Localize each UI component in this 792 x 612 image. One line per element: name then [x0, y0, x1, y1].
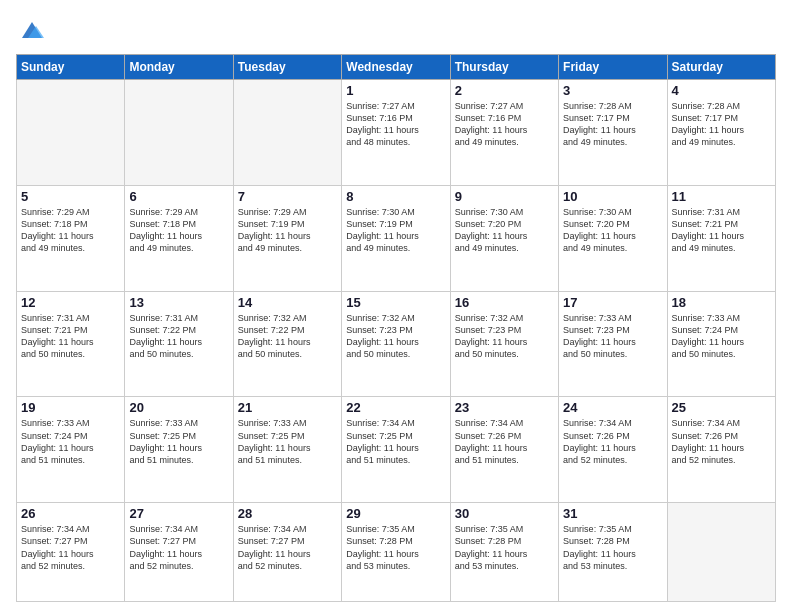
weekday-header-tuesday: Tuesday: [233, 55, 341, 80]
day-info: Sunrise: 7:34 AM Sunset: 7:26 PM Dayligh…: [455, 417, 554, 466]
week-row-5: 26Sunrise: 7:34 AM Sunset: 7:27 PM Dayli…: [17, 503, 776, 602]
day-number: 5: [21, 189, 120, 204]
day-number: 8: [346, 189, 445, 204]
calendar-cell: 18Sunrise: 7:33 AM Sunset: 7:24 PM Dayli…: [667, 291, 775, 397]
day-info: Sunrise: 7:31 AM Sunset: 7:21 PM Dayligh…: [672, 206, 771, 255]
day-info: Sunrise: 7:33 AM Sunset: 7:25 PM Dayligh…: [129, 417, 228, 466]
logo: [16, 16, 46, 44]
day-number: 27: [129, 506, 228, 521]
day-info: Sunrise: 7:35 AM Sunset: 7:28 PM Dayligh…: [563, 523, 662, 572]
calendar-cell: [667, 503, 775, 602]
day-info: Sunrise: 7:34 AM Sunset: 7:27 PM Dayligh…: [129, 523, 228, 572]
day-number: 26: [21, 506, 120, 521]
calendar-cell: 20Sunrise: 7:33 AM Sunset: 7:25 PM Dayli…: [125, 397, 233, 503]
day-info: Sunrise: 7:28 AM Sunset: 7:17 PM Dayligh…: [672, 100, 771, 149]
day-info: Sunrise: 7:33 AM Sunset: 7:23 PM Dayligh…: [563, 312, 662, 361]
calendar-cell: 7Sunrise: 7:29 AM Sunset: 7:19 PM Daylig…: [233, 185, 341, 291]
day-number: 23: [455, 400, 554, 415]
calendar-cell: 2Sunrise: 7:27 AM Sunset: 7:16 PM Daylig…: [450, 80, 558, 186]
calendar-cell: 3Sunrise: 7:28 AM Sunset: 7:17 PM Daylig…: [559, 80, 667, 186]
day-number: 28: [238, 506, 337, 521]
day-number: 1: [346, 83, 445, 98]
calendar-cell: 6Sunrise: 7:29 AM Sunset: 7:18 PM Daylig…: [125, 185, 233, 291]
day-info: Sunrise: 7:31 AM Sunset: 7:22 PM Dayligh…: [129, 312, 228, 361]
day-number: 20: [129, 400, 228, 415]
calendar-cell: 4Sunrise: 7:28 AM Sunset: 7:17 PM Daylig…: [667, 80, 775, 186]
day-number: 18: [672, 295, 771, 310]
calendar-cell: 9Sunrise: 7:30 AM Sunset: 7:20 PM Daylig…: [450, 185, 558, 291]
day-info: Sunrise: 7:32 AM Sunset: 7:23 PM Dayligh…: [346, 312, 445, 361]
calendar-cell: 30Sunrise: 7:35 AM Sunset: 7:28 PM Dayli…: [450, 503, 558, 602]
calendar-cell: [17, 80, 125, 186]
day-info: Sunrise: 7:27 AM Sunset: 7:16 PM Dayligh…: [346, 100, 445, 149]
day-number: 13: [129, 295, 228, 310]
day-info: Sunrise: 7:28 AM Sunset: 7:17 PM Dayligh…: [563, 100, 662, 149]
day-number: 24: [563, 400, 662, 415]
week-row-1: 1Sunrise: 7:27 AM Sunset: 7:16 PM Daylig…: [17, 80, 776, 186]
day-number: 4: [672, 83, 771, 98]
calendar-cell: 25Sunrise: 7:34 AM Sunset: 7:26 PM Dayli…: [667, 397, 775, 503]
calendar-cell: 11Sunrise: 7:31 AM Sunset: 7:21 PM Dayli…: [667, 185, 775, 291]
day-number: 12: [21, 295, 120, 310]
day-number: 19: [21, 400, 120, 415]
day-info: Sunrise: 7:29 AM Sunset: 7:19 PM Dayligh…: [238, 206, 337, 255]
calendar-cell: 21Sunrise: 7:33 AM Sunset: 7:25 PM Dayli…: [233, 397, 341, 503]
day-info: Sunrise: 7:32 AM Sunset: 7:23 PM Dayligh…: [455, 312, 554, 361]
calendar-cell: 8Sunrise: 7:30 AM Sunset: 7:19 PM Daylig…: [342, 185, 450, 291]
day-number: 11: [672, 189, 771, 204]
calendar-cell: 27Sunrise: 7:34 AM Sunset: 7:27 PM Dayli…: [125, 503, 233, 602]
day-info: Sunrise: 7:35 AM Sunset: 7:28 PM Dayligh…: [346, 523, 445, 572]
calendar-cell: 10Sunrise: 7:30 AM Sunset: 7:20 PM Dayli…: [559, 185, 667, 291]
day-number: 31: [563, 506, 662, 521]
day-info: Sunrise: 7:32 AM Sunset: 7:22 PM Dayligh…: [238, 312, 337, 361]
header: [16, 16, 776, 44]
day-info: Sunrise: 7:31 AM Sunset: 7:21 PM Dayligh…: [21, 312, 120, 361]
day-info: Sunrise: 7:33 AM Sunset: 7:25 PM Dayligh…: [238, 417, 337, 466]
weekday-header-thursday: Thursday: [450, 55, 558, 80]
calendar-cell: [233, 80, 341, 186]
calendar-cell: 13Sunrise: 7:31 AM Sunset: 7:22 PM Dayli…: [125, 291, 233, 397]
calendar-cell: 15Sunrise: 7:32 AM Sunset: 7:23 PM Dayli…: [342, 291, 450, 397]
page: SundayMondayTuesdayWednesdayThursdayFrid…: [0, 0, 792, 612]
week-row-3: 12Sunrise: 7:31 AM Sunset: 7:21 PM Dayli…: [17, 291, 776, 397]
calendar-cell: 12Sunrise: 7:31 AM Sunset: 7:21 PM Dayli…: [17, 291, 125, 397]
day-number: 17: [563, 295, 662, 310]
calendar-cell: 16Sunrise: 7:32 AM Sunset: 7:23 PM Dayli…: [450, 291, 558, 397]
day-info: Sunrise: 7:30 AM Sunset: 7:20 PM Dayligh…: [563, 206, 662, 255]
calendar-cell: 31Sunrise: 7:35 AM Sunset: 7:28 PM Dayli…: [559, 503, 667, 602]
weekday-header-monday: Monday: [125, 55, 233, 80]
day-info: Sunrise: 7:27 AM Sunset: 7:16 PM Dayligh…: [455, 100, 554, 149]
calendar-cell: 19Sunrise: 7:33 AM Sunset: 7:24 PM Dayli…: [17, 397, 125, 503]
day-number: 30: [455, 506, 554, 521]
week-row-4: 19Sunrise: 7:33 AM Sunset: 7:24 PM Dayli…: [17, 397, 776, 503]
day-info: Sunrise: 7:34 AM Sunset: 7:25 PM Dayligh…: [346, 417, 445, 466]
day-number: 15: [346, 295, 445, 310]
day-info: Sunrise: 7:33 AM Sunset: 7:24 PM Dayligh…: [21, 417, 120, 466]
calendar-cell: 28Sunrise: 7:34 AM Sunset: 7:27 PM Dayli…: [233, 503, 341, 602]
day-info: Sunrise: 7:29 AM Sunset: 7:18 PM Dayligh…: [21, 206, 120, 255]
weekday-header-wednesday: Wednesday: [342, 55, 450, 80]
weekday-header-saturday: Saturday: [667, 55, 775, 80]
day-info: Sunrise: 7:34 AM Sunset: 7:26 PM Dayligh…: [672, 417, 771, 466]
week-row-2: 5Sunrise: 7:29 AM Sunset: 7:18 PM Daylig…: [17, 185, 776, 291]
calendar-cell: [125, 80, 233, 186]
day-number: 2: [455, 83, 554, 98]
day-info: Sunrise: 7:34 AM Sunset: 7:27 PM Dayligh…: [21, 523, 120, 572]
weekday-header-sunday: Sunday: [17, 55, 125, 80]
day-number: 25: [672, 400, 771, 415]
calendar-cell: 24Sunrise: 7:34 AM Sunset: 7:26 PM Dayli…: [559, 397, 667, 503]
day-info: Sunrise: 7:34 AM Sunset: 7:27 PM Dayligh…: [238, 523, 337, 572]
day-number: 29: [346, 506, 445, 521]
day-info: Sunrise: 7:35 AM Sunset: 7:28 PM Dayligh…: [455, 523, 554, 572]
day-info: Sunrise: 7:30 AM Sunset: 7:20 PM Dayligh…: [455, 206, 554, 255]
day-info: Sunrise: 7:33 AM Sunset: 7:24 PM Dayligh…: [672, 312, 771, 361]
calendar-cell: 26Sunrise: 7:34 AM Sunset: 7:27 PM Dayli…: [17, 503, 125, 602]
calendar-table: SundayMondayTuesdayWednesdayThursdayFrid…: [16, 54, 776, 602]
weekday-header-row: SundayMondayTuesdayWednesdayThursdayFrid…: [17, 55, 776, 80]
logo-icon: [18, 16, 46, 44]
day-number: 22: [346, 400, 445, 415]
day-info: Sunrise: 7:34 AM Sunset: 7:26 PM Dayligh…: [563, 417, 662, 466]
day-number: 3: [563, 83, 662, 98]
day-number: 9: [455, 189, 554, 204]
day-number: 14: [238, 295, 337, 310]
